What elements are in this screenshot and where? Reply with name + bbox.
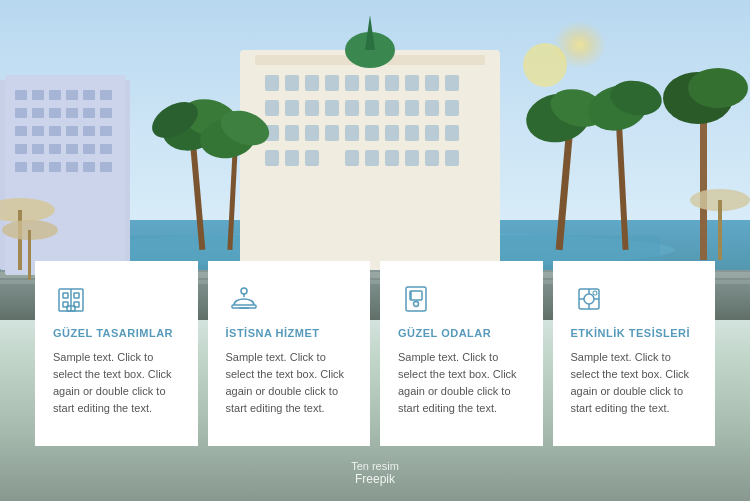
- svg-rect-62: [385, 100, 399, 116]
- svg-rect-55: [445, 75, 459, 91]
- svg-rect-49: [325, 75, 339, 91]
- svg-rect-84: [445, 150, 459, 166]
- svg-rect-64: [425, 100, 439, 116]
- svg-rect-31: [49, 144, 61, 154]
- hotel-building-icon: [53, 281, 89, 317]
- svg-rect-58: [305, 100, 319, 116]
- svg-point-120: [414, 302, 419, 307]
- svg-rect-80: [365, 150, 379, 166]
- svg-rect-38: [66, 162, 78, 172]
- svg-rect-13: [49, 90, 61, 100]
- svg-point-115: [241, 288, 247, 294]
- card-3-title: GÜZEL ODALAR: [398, 327, 525, 339]
- svg-rect-53: [405, 75, 419, 91]
- svg-rect-27: [83, 126, 95, 136]
- svg-point-123: [584, 294, 594, 304]
- svg-rect-65: [445, 100, 459, 116]
- svg-point-129: [593, 292, 596, 295]
- facilities-icon: [571, 281, 607, 317]
- svg-rect-23: [15, 126, 27, 136]
- svg-rect-18: [32, 108, 44, 118]
- svg-rect-39: [83, 162, 95, 172]
- svg-rect-16: [100, 90, 112, 100]
- svg-rect-12: [32, 90, 44, 100]
- svg-rect-75: [445, 125, 459, 141]
- card-guzel-odalar[interactable]: GÜZEL ODALAR Sample text. Click to selec…: [380, 261, 543, 446]
- svg-rect-15: [83, 90, 95, 100]
- svg-rect-47: [285, 75, 299, 91]
- svg-rect-108: [63, 293, 68, 298]
- svg-rect-56: [265, 100, 279, 116]
- svg-rect-60: [345, 100, 359, 116]
- svg-rect-36: [32, 162, 44, 172]
- svg-rect-14: [66, 90, 78, 100]
- room-key-icon: [398, 281, 434, 317]
- svg-rect-37: [49, 162, 61, 172]
- svg-rect-70: [345, 125, 359, 141]
- card-etkinlik-tesisleri[interactable]: ETKİNLİK TESİSLERİ Sample text. Click to…: [553, 261, 716, 446]
- svg-point-100: [688, 68, 748, 108]
- card-3-text: Sample text. Click to select the text bo…: [398, 349, 525, 417]
- svg-rect-24: [32, 126, 44, 136]
- svg-rect-79: [345, 150, 359, 166]
- svg-rect-40: [100, 162, 112, 172]
- footer-line1: Ten resim: [351, 460, 399, 472]
- svg-rect-83: [425, 150, 439, 166]
- svg-rect-73: [405, 125, 419, 141]
- svg-rect-20: [66, 108, 78, 118]
- svg-rect-77: [285, 150, 299, 166]
- service-bell-icon: [226, 281, 262, 317]
- svg-rect-61: [365, 100, 379, 116]
- svg-rect-50: [345, 75, 359, 91]
- svg-rect-22: [100, 108, 112, 118]
- svg-rect-10: [5, 75, 125, 275]
- svg-rect-51: [365, 75, 379, 91]
- svg-rect-74: [425, 125, 439, 141]
- svg-rect-72: [385, 125, 399, 141]
- card-2-title: İSTİSNA HİZMET: [226, 327, 353, 339]
- svg-rect-78: [305, 150, 319, 166]
- svg-rect-48: [305, 75, 319, 91]
- svg-rect-30: [32, 144, 44, 154]
- svg-rect-82: [405, 150, 419, 166]
- svg-rect-81: [385, 150, 399, 166]
- footer-attribution: Ten resim Freepik: [351, 460, 399, 486]
- svg-rect-59: [325, 100, 339, 116]
- svg-rect-57: [285, 100, 299, 116]
- svg-rect-35: [15, 162, 27, 172]
- svg-rect-32: [66, 144, 78, 154]
- svg-rect-98: [700, 100, 707, 260]
- footer-line2: Freepik: [351, 472, 399, 486]
- card-guzel-tasarimlar[interactable]: GÜZEL TASARIMLAR Sample text. Click to s…: [35, 261, 198, 446]
- svg-rect-33: [83, 144, 95, 154]
- svg-rect-25: [49, 126, 61, 136]
- card-4-text: Sample text. Click to select the text bo…: [571, 349, 698, 417]
- svg-rect-26: [66, 126, 78, 136]
- svg-rect-46: [265, 75, 279, 91]
- card-1-title: GÜZEL TASARIMLAR: [53, 327, 180, 339]
- cards-section: GÜZEL TASARIMLAR Sample text. Click to s…: [0, 261, 750, 446]
- svg-rect-21: [83, 108, 95, 118]
- svg-rect-54: [425, 75, 439, 91]
- card-2-text: Sample text. Click to select the text bo…: [226, 349, 353, 417]
- svg-rect-68: [305, 125, 319, 141]
- svg-rect-67: [285, 125, 299, 141]
- svg-rect-34: [100, 144, 112, 154]
- svg-rect-11: [15, 90, 27, 100]
- svg-rect-28: [100, 126, 112, 136]
- svg-rect-119: [410, 291, 422, 300]
- svg-rect-76: [265, 150, 279, 166]
- svg-rect-29: [15, 144, 27, 154]
- svg-rect-71: [365, 125, 379, 141]
- svg-rect-69: [325, 125, 339, 141]
- svg-point-2: [523, 43, 567, 87]
- card-1-text: Sample text. Click to select the text bo…: [53, 349, 180, 417]
- svg-rect-17: [15, 108, 27, 118]
- svg-rect-52: [385, 75, 399, 91]
- card-4-title: ETKİNLİK TESİSLERİ: [571, 327, 698, 339]
- svg-rect-63: [405, 100, 419, 116]
- svg-rect-109: [74, 293, 79, 298]
- svg-rect-106: [718, 200, 722, 260]
- card-istisna-hizmet[interactable]: İSTİSNA HİZMET Sample text. Click to sel…: [208, 261, 371, 446]
- svg-rect-19: [49, 108, 61, 118]
